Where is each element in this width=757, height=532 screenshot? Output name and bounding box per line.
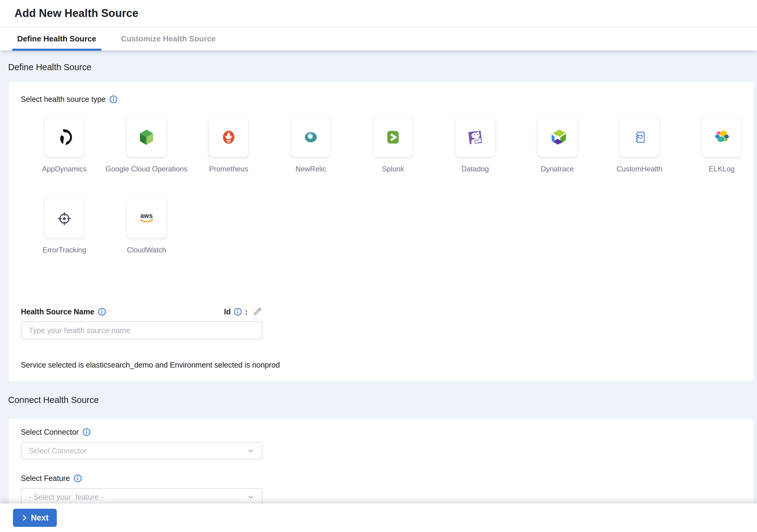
health-source-customhealth[interactable]: CustomHealth: [598, 118, 681, 173]
header: Add New Health Source: [0, 0, 757, 27]
health-source-label: ErrorTracking: [43, 246, 86, 254]
select-feature-label: Select Feature: [21, 474, 70, 483]
health-source-datadog[interactable]: Datadog: [434, 118, 516, 173]
dynatrace-icon: [547, 127, 568, 148]
health-source-cloudwatch[interactable]: aws CloudWatch: [106, 199, 188, 254]
connector-select[interactable]: Select Connector: [21, 442, 262, 459]
id-row: Id :: [224, 307, 262, 317]
select-connector-label: Select Connector: [21, 428, 79, 436]
tab-customize-label: Customize Health Source: [121, 34, 216, 44]
add-health-source-page: Add New Health Source Define Health Sour…: [0, 0, 757, 532]
newrelic-icon: [300, 127, 321, 148]
appdynamics-icon: [54, 127, 75, 148]
health-source-tile: [45, 118, 84, 157]
health-source-tile: [456, 118, 495, 157]
health-source-tile: [702, 118, 741, 157]
chevron-down-icon: [246, 446, 255, 455]
health-source-tile: [620, 118, 659, 157]
info-icon[interactable]: [98, 308, 106, 316]
info-icon[interactable]: [234, 308, 242, 316]
edit-id-pencil-icon[interactable]: [253, 307, 262, 317]
cloudwatch-icon: aws: [136, 208, 157, 229]
health-source-label: CloudWatch: [127, 246, 166, 254]
feature-select-placeholder: - Select your feature -: [29, 493, 103, 501]
next-button[interactable]: Next: [13, 509, 57, 527]
page-title: Add New Health Source: [15, 7, 138, 20]
health-source-tile: [45, 199, 84, 238]
feature-select[interactable]: - Select your feature -: [21, 488, 262, 506]
footer: Next: [0, 504, 757, 532]
splunk-icon: [382, 127, 404, 148]
health-source-tile: [291, 118, 330, 157]
tab-customize-health-source[interactable]: Customize Health Source: [116, 27, 221, 50]
select-connector-label-row: Select Connector: [21, 428, 742, 436]
id-label: Id: [224, 307, 230, 316]
gco-icon: [136, 127, 157, 148]
health-source-label: Dynatrace: [541, 165, 574, 173]
health-source-tile: aws: [127, 199, 166, 238]
svg-text:aws: aws: [140, 212, 153, 219]
health-source-name-input[interactable]: [21, 321, 262, 339]
select-type-label-row: Select health source type: [21, 95, 742, 104]
info-icon[interactable]: [82, 428, 91, 436]
health-source-tile: [373, 118, 413, 157]
health-source-name-label-row: Health Source Name: [21, 307, 106, 316]
tab-bar: Define Health Source Customize Health So…: [0, 27, 757, 51]
health-source-label: CustomHealth: [617, 165, 662, 173]
health-source-label: AppDynamics: [42, 165, 87, 173]
health-source-tile: [209, 118, 248, 157]
health-source-label: Splunk: [382, 165, 404, 173]
health-source-tile: [127, 118, 166, 157]
datadog-icon: [465, 127, 486, 148]
content-area: Define Health Source Select health sourc…: [0, 51, 757, 532]
health-source-label: ELKLog: [709, 165, 734, 173]
define-section-heading: Define Health Source: [0, 51, 757, 72]
id-separator: :: [245, 307, 247, 316]
connector-select-placeholder: Select Connector: [29, 447, 87, 455]
select-type-label: Select health source type: [21, 95, 106, 104]
health-source-dynatrace[interactable]: Dynatrace: [516, 118, 598, 173]
chevron-right-icon: [21, 515, 28, 521]
health-source-name-label: Health Source Name: [21, 307, 94, 316]
chevron-down-icon: [246, 492, 255, 501]
health-source-label: Prometheus: [209, 165, 248, 173]
define-health-source-card: Select health source type AppDynamics Go…: [8, 81, 754, 382]
health-source-appdynamics[interactable]: AppDynamics: [23, 118, 106, 173]
health-source-type-grid: AppDynamics Google Cloud Operations Prom…: [23, 118, 757, 280]
info-icon[interactable]: [74, 474, 82, 483]
health-source-elklog[interactable]: ELKLog: [681, 118, 757, 173]
health-source-tile: [538, 118, 577, 157]
select-feature-label-row: Select Feature: [21, 474, 742, 483]
health-source-prometheus[interactable]: Prometheus: [188, 118, 270, 173]
health-source-newrelic[interactable]: NewRelic: [270, 118, 352, 173]
errortracking-icon: [54, 208, 75, 229]
customhealth-icon: [629, 127, 650, 148]
elklog-icon: [711, 127, 732, 148]
next-button-label: Next: [31, 513, 49, 523]
tab-define-label: Define Health Source: [17, 34, 96, 44]
health-source-label: Google Cloud Operations: [106, 165, 188, 173]
service-environment-note: Service selected is elasticsearch_demo a…: [21, 360, 742, 369]
health-source-gco[interactable]: Google Cloud Operations: [106, 118, 188, 173]
name-id-row: Health Source Name Id :: [21, 307, 262, 317]
health-source-label: NewRelic: [295, 165, 326, 173]
tab-define-health-source[interactable]: Define Health Source: [12, 27, 102, 50]
prometheus-icon: [218, 127, 239, 148]
health-source-label: Datadog: [462, 165, 489, 173]
health-source-errortracking[interactable]: ErrorTracking: [23, 199, 106, 254]
health-source-splunk[interactable]: Splunk: [352, 118, 434, 173]
connect-section-heading: Connect Health Source: [0, 382, 757, 405]
info-icon[interactable]: [109, 95, 117, 103]
